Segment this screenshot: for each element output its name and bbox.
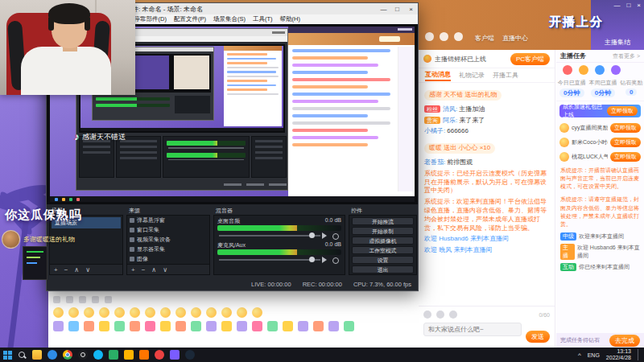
gift-tab-icon[interactable] [79,296,86,303]
emoji-icon[interactable] [252,307,262,318]
start-button[interactable] [3,351,12,360]
emoji-icon[interactable] [175,307,186,318]
emoji-tab-icon[interactable] [53,296,60,303]
move-scene-down-button[interactable]: ∨ [85,266,90,274]
menu-help[interactable]: 帮助(H) [280,15,300,23]
sticker-icon[interactable] [313,321,324,331]
sticker-icon[interactable] [328,321,339,331]
maximize-button[interactable]: □ [390,6,404,13]
activity-icon[interactable] [563,65,572,75]
emoji-icon[interactable] [68,307,79,318]
sticker-icon[interactable] [206,321,217,331]
slider-knob[interactable] [309,232,315,238]
music-app-icon[interactable] [155,350,164,360]
source-item[interactable]: 视频采集设备 [127,235,209,245]
source-item[interactable]: 窗口采集 [127,225,209,235]
menu-scene-collection[interactable]: 场景集合(S) [213,15,246,23]
activity-icon[interactable] [611,65,621,75]
source-item[interactable]: 弹幕悬浮窗 [127,216,209,225]
promo-claim-button[interactable]: 立即领取 [607,106,638,116]
close-button[interactable]: × [404,6,418,13]
sticker-icon[interactable] [252,321,262,331]
taskbar-clock[interactable]: 13:13 2022/4/28 [606,348,631,361]
emoji-icon[interactable] [114,307,125,318]
speaker-icon[interactable] [322,232,330,239]
channel-settings-icon[interactable] [332,257,339,264]
virtual-camera-button[interactable]: 虚拟摄像机 [352,237,414,245]
claim-button[interactable]: 立即领取 [610,123,641,133]
sticker-icon[interactable] [221,321,232,331]
obs-taskbar-icon[interactable] [78,350,88,360]
activity-icon[interactable] [579,65,588,75]
sticker-icon[interactable] [99,321,109,331]
emoji-icon[interactable] [84,307,94,318]
start-recording-button[interactable]: 开始录制 [352,227,414,235]
emoji-icon[interactable] [237,307,247,318]
emoji-icon[interactable] [160,307,171,318]
sticker-icon[interactable] [68,321,79,331]
sticker-icon[interactable] [267,321,278,331]
volume-slider[interactable] [217,231,341,240]
maximize-button[interactable]: □ [626,2,630,9]
close-button[interactable]: × [637,2,641,9]
sticker-icon[interactable] [175,321,186,331]
recent-tab-icon[interactable] [92,296,99,303]
emoji-icon[interactable] [99,307,109,318]
source-item[interactable]: 显示器采集 [127,245,209,254]
search-icon[interactable] [18,351,27,360]
stream-app-icon[interactable] [124,350,134,360]
pc-client-button[interactable]: PC客户端 [510,53,550,65]
tray-expand-icon[interactable]: ^ [578,352,581,359]
edge-browser-icon[interactable] [47,350,57,360]
sticker-icon[interactable] [344,321,354,331]
add-source-button[interactable]: + [131,266,135,274]
wechat-icon[interactable] [109,350,118,360]
chat-settings-icon[interactable] [449,311,457,319]
client-link[interactable]: 客户端 [475,34,494,43]
claim-button[interactable]: 立即领取 [610,138,641,147]
emoji-icon[interactable] [191,307,201,318]
slider-knob[interactable] [309,257,315,262]
input-language-indicator[interactable]: ENG [588,352,600,358]
sticker-icon[interactable] [145,321,155,331]
sticker-tab-icon[interactable] [66,296,73,303]
go-complete-button[interactable]: 去完成 [609,335,640,347]
image-upload-icon[interactable] [436,311,444,319]
activity-icon[interactable] [595,65,605,75]
exit-button[interactable]: 退出 [352,265,414,274]
sticker-icon[interactable] [237,321,247,331]
source-item[interactable]: 图像 [127,254,209,264]
chrome-browser-icon[interactable] [63,350,72,360]
settings-button[interactable]: 设置 [352,256,414,264]
sticker-icon[interactable] [130,321,140,331]
stream-app-icon-2[interactable] [139,350,149,360]
emoji-icon[interactable] [221,307,232,318]
see-more-link[interactable]: 查看更多 > [613,52,640,60]
chat-username[interactable]: 老番茄: [424,158,445,166]
emoji-icon[interactable] [206,307,217,318]
show-desktop-button[interactable] [638,349,641,360]
start-streaming-button[interactable]: 开始推流 [352,217,414,225]
headset-icon[interactable] [454,32,463,41]
live-center-link[interactable]: 直播中心 [502,34,528,43]
menu-tools[interactable]: 工具(T) [253,15,273,23]
favorites-icon[interactable] [440,32,448,41]
video-app-icon[interactable] [170,350,180,360]
studio-mode-button[interactable]: 工作室模式 [352,246,414,254]
channel-settings-icon[interactable] [332,233,339,240]
tab-interaction[interactable]: 互动消息 [425,70,451,81]
sticker-icon[interactable] [283,321,293,331]
sticker-icon[interactable] [160,321,171,331]
sticker-icon[interactable] [298,321,308,331]
minimize-button[interactable]: — [613,2,620,9]
sticker-icon[interactable] [84,321,94,331]
claim-button[interactable]: 立即领取 [610,152,641,162]
emoji-icon[interactable] [130,307,140,318]
chat-username[interactable]: 阿乐: [443,117,457,124]
emoji-picker-icon[interactable] [423,311,431,319]
tab-gifts[interactable]: 礼物记录 [459,71,485,80]
tab-tools[interactable]: 开播工具 [493,71,518,80]
chat-username[interactable]: 清风: [443,105,457,113]
move-source-up-button[interactable]: ∧ [151,266,156,274]
move-scene-up-button[interactable]: ∧ [74,266,79,274]
